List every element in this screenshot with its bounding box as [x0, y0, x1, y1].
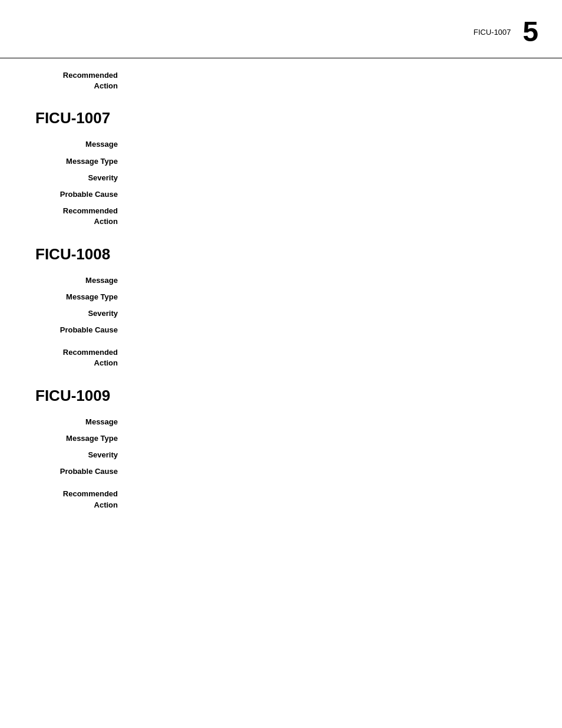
field-label-probable-cause-1008: Probable Cause — [35, 325, 130, 335]
field-label-probable-cause-1009: Probable Cause — [35, 466, 130, 477]
field-row-recommended-action-1007: RecommendedAction — [35, 206, 538, 227]
field-value-message-1009 — [130, 417, 538, 427]
field-value-severity-1007 — [130, 173, 538, 183]
field-value-message-1007 — [130, 139, 538, 150]
field-label-recommended-action-1008: RecommendedAction — [35, 347, 130, 368]
field-label-probable-cause-1007: Probable Cause — [35, 189, 130, 200]
field-row-probable-cause-1009: Probable Cause — [35, 466, 538, 477]
intro-recommended-action-label: RecommendedAction — [35, 70, 130, 91]
field-row-probable-cause-1008: Probable Cause — [35, 325, 538, 335]
field-value-probable-cause-1007 — [130, 189, 538, 200]
field-label-message-type-1007: Message Type — [35, 156, 130, 167]
field-label-recommended-action-1007: RecommendedAction — [35, 206, 130, 227]
page-content: RecommendedAction FICU-1007 Message Mess… — [0, 70, 562, 552]
field-value-severity-1008 — [130, 308, 538, 319]
field-row-severity-1009: Severity — [35, 450, 538, 460]
field-value-recommended-action-1007 — [130, 206, 538, 227]
field-label-message-type-1009: Message Type — [35, 433, 130, 444]
field-label-message-1008: Message — [35, 275, 130, 286]
field-label-severity-1008: Severity — [35, 308, 130, 319]
field-row-recommended-action-1009: RecommendedAction — [35, 489, 538, 510]
field-row-message-1008: Message — [35, 275, 538, 286]
intro-recommended-action-value — [130, 70, 538, 91]
field-row-probable-cause-1007: Probable Cause — [35, 189, 538, 200]
header-code: FICU-1007 — [474, 28, 511, 37]
field-row-message-type-1007: Message Type — [35, 156, 538, 167]
field-value-probable-cause-1008 — [130, 325, 538, 335]
field-row-severity-1007: Severity — [35, 173, 538, 183]
section-ficu-1007: FICU-1007 Message Message Type Severity … — [35, 109, 538, 227]
section-title-ficu-1008: FICU-1008 — [35, 245, 538, 263]
field-row-severity-1008: Severity — [35, 308, 538, 319]
section-title-ficu-1009: FICU-1009 — [35, 387, 538, 405]
field-value-message-type-1007 — [130, 156, 538, 167]
intro-section: RecommendedAction — [35, 70, 538, 91]
field-row-message-type-1009: Message Type — [35, 433, 538, 444]
field-row-recommended-action-1008: RecommendedAction — [35, 347, 538, 368]
section-ficu-1008: FICU-1008 Message Message Type Severity … — [35, 245, 538, 369]
field-value-probable-cause-1009 — [130, 466, 538, 477]
field-label-message-type-1008: Message Type — [35, 292, 130, 302]
field-row-message-1007: Message — [35, 139, 538, 150]
field-row-message-type-1008: Message Type — [35, 292, 538, 302]
field-value-severity-1009 — [130, 450, 538, 460]
field-label-severity-1009: Severity — [35, 450, 130, 460]
field-row-message-1009: Message — [35, 417, 538, 427]
field-label-message-1007: Message — [35, 139, 130, 150]
section-ficu-1009: FICU-1009 Message Message Type Severity … — [35, 387, 538, 510]
field-value-recommended-action-1008 — [130, 347, 538, 368]
field-value-message-1008 — [130, 275, 538, 286]
field-label-severity-1007: Severity — [35, 173, 130, 183]
intro-recommended-action-row: RecommendedAction — [35, 70, 538, 91]
field-value-recommended-action-1009 — [130, 489, 538, 510]
section-title-ficu-1007: FICU-1007 — [35, 109, 538, 127]
field-label-recommended-action-1009: RecommendedAction — [35, 489, 130, 510]
header-page-number: 5 — [523, 18, 538, 46]
field-value-message-type-1008 — [130, 292, 538, 302]
field-value-message-type-1009 — [130, 433, 538, 444]
field-label-message-1009: Message — [35, 417, 130, 427]
page-header: FICU-1007 5 — [0, 0, 562, 58]
